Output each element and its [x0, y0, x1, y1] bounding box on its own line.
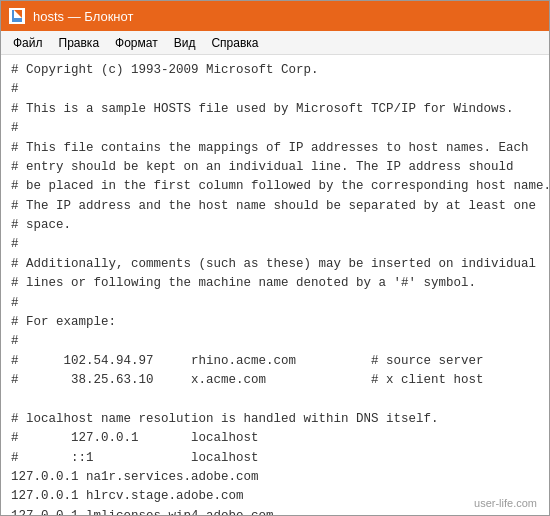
- text-editor-area[interactable]: # Copyright (c) 1993-2009 Microsoft Corp…: [1, 55, 549, 515]
- watermark: user-life.com: [471, 496, 540, 510]
- notepad-window: hosts — Блокнот Файл Правка Формат Вид С…: [0, 0, 550, 516]
- file-content: # Copyright (c) 1993-2009 Microsoft Corp…: [11, 61, 539, 515]
- app-icon: [9, 8, 25, 24]
- menu-edit[interactable]: Правка: [51, 34, 108, 52]
- window-title: hosts — Блокнот: [33, 9, 133, 24]
- menu-view[interactable]: Вид: [166, 34, 204, 52]
- title-bar: hosts — Блокнот: [1, 1, 549, 31]
- menu-file[interactable]: Файл: [5, 34, 51, 52]
- menu-bar: Файл Правка Формат Вид Справка: [1, 31, 549, 55]
- menu-format[interactable]: Формат: [107, 34, 166, 52]
- menu-help[interactable]: Справка: [203, 34, 266, 52]
